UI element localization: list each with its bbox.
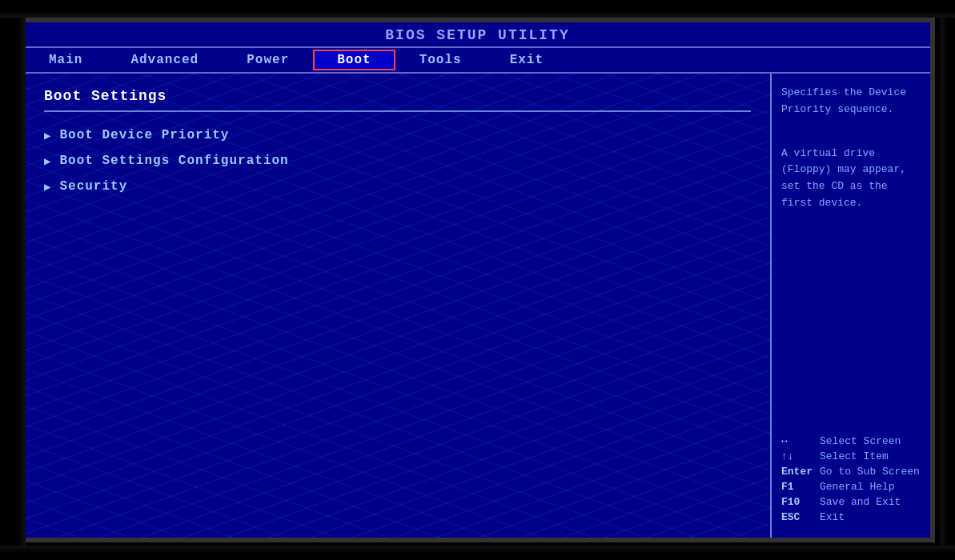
- key-hint-f1: F1 General Help: [781, 481, 921, 493]
- nav-bar: Main Advanced Power Boot Tools Exit: [25, 46, 930, 74]
- menu-item-label-boot-settings-configuration: Boot Settings Configuration: [59, 154, 288, 168]
- menu-item-boot-device-priority[interactable]: ▶ Boot Device Priority: [44, 128, 751, 142]
- key-hint-esc: ESC Exit: [781, 511, 921, 523]
- main-area: Boot Settings ▶ Boot Device Priority ▶ B…: [25, 74, 930, 538]
- section-title: Boot Settings: [44, 88, 751, 104]
- help-text-2: A virtual drive (Floppy) may appear, set…: [781, 146, 921, 226]
- right-panel: Specifies the Device Priority sequence. …: [770, 74, 930, 538]
- label-leftright: Select Screen: [820, 435, 901, 447]
- key-f10: F10: [781, 496, 820, 508]
- label-updown: Select Item: [820, 450, 889, 462]
- label-f1: General Help: [820, 481, 895, 493]
- nav-item-advanced[interactable]: Advanced: [106, 50, 223, 70]
- bios-title: BIOS SETUP UTILITY: [25, 22, 930, 46]
- left-panel: Boot Settings ▶ Boot Device Priority ▶ B…: [25, 74, 770, 538]
- key-hints: ↔ Select Screen ↑↓ Select Item Enter Go …: [781, 435, 921, 526]
- menu-item-boot-settings-configuration[interactable]: ▶ Boot Settings Configuration: [44, 154, 751, 168]
- key-f1: F1: [781, 481, 820, 493]
- nav-item-power[interactable]: Power: [223, 50, 313, 70]
- menu-item-security[interactable]: ▶ Security: [44, 179, 751, 194]
- key-hint-enter: Enter Go to Sub Screen: [781, 466, 921, 478]
- key-hint-updown: ↑↓ Select Item: [781, 450, 921, 462]
- section-divider: [44, 110, 751, 112]
- help-text-virtual: A virtual drive (Floppy) may appear, set…: [781, 146, 921, 212]
- key-enter: Enter: [781, 466, 820, 478]
- key-hint-leftright: ↔ Select Screen: [781, 435, 921, 447]
- label-enter: Go to Sub Screen: [820, 466, 920, 478]
- key-leftright: ↔: [781, 435, 820, 447]
- nav-item-main[interactable]: Main: [25, 50, 106, 70]
- label-f10: Save and Exit: [820, 496, 901, 508]
- help-text-1: Specifies the Device Priority sequence.: [781, 85, 921, 133]
- nav-item-boot[interactable]: Boot: [313, 50, 395, 70]
- menu-item-label-boot-device-priority: Boot Device Priority: [59, 128, 229, 142]
- key-esc: ESC: [781, 511, 820, 523]
- key-hint-f10: F10 Save and Exit: [781, 496, 921, 508]
- arrow-icon-3: ▶: [44, 180, 51, 194]
- arrow-icon-2: ▶: [44, 154, 51, 168]
- arrow-icon: ▶: [44, 129, 51, 142]
- label-esc: Exit: [820, 511, 845, 523]
- help-text-specifies: Specifies the Device Priority sequence.: [781, 85, 921, 118]
- key-updown: ↑↓: [781, 450, 820, 462]
- nav-item-exit[interactable]: Exit: [486, 50, 568, 70]
- menu-item-label-security: Security: [59, 179, 127, 194]
- nav-item-tools[interactable]: Tools: [395, 50, 486, 70]
